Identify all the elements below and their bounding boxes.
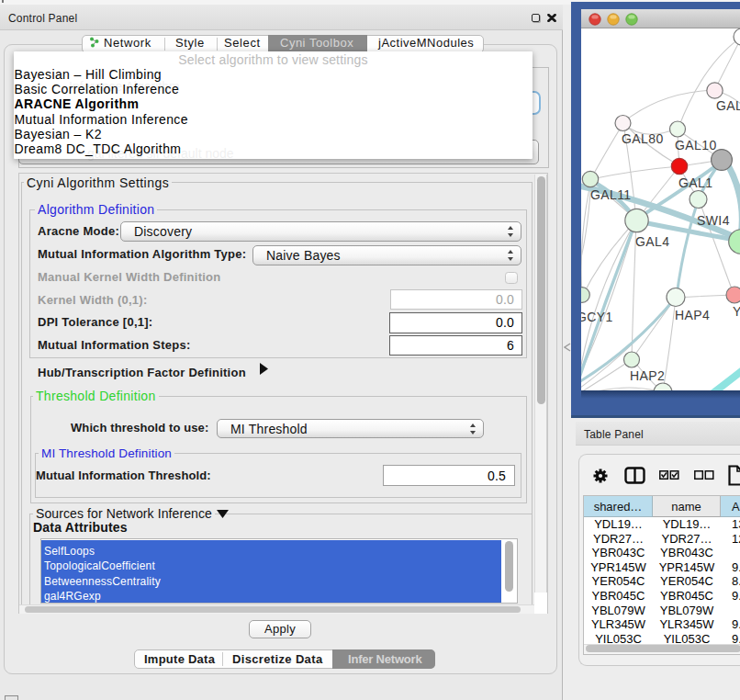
svg-text:GAL1: GAL1 — [678, 175, 712, 190]
svg-text:GAL: GAL — [716, 98, 740, 113]
svg-text:SWI4: SWI4 — [697, 213, 730, 228]
svg-text:HAP4: HAP4 — [675, 308, 710, 322]
svg-text:GAL10: GAL10 — [675, 138, 717, 152]
svg-text:HAP2: HAP2 — [630, 368, 665, 383]
svg-text:GAL11: GAL11 — [590, 187, 632, 202]
svg-text:GAL4: GAL4 — [635, 234, 669, 249]
svg-text:GCY1: GCY1 — [581, 310, 613, 324]
svg-text:GAL80: GAL80 — [622, 131, 664, 146]
svg-text:Y: Y — [733, 304, 740, 319]
